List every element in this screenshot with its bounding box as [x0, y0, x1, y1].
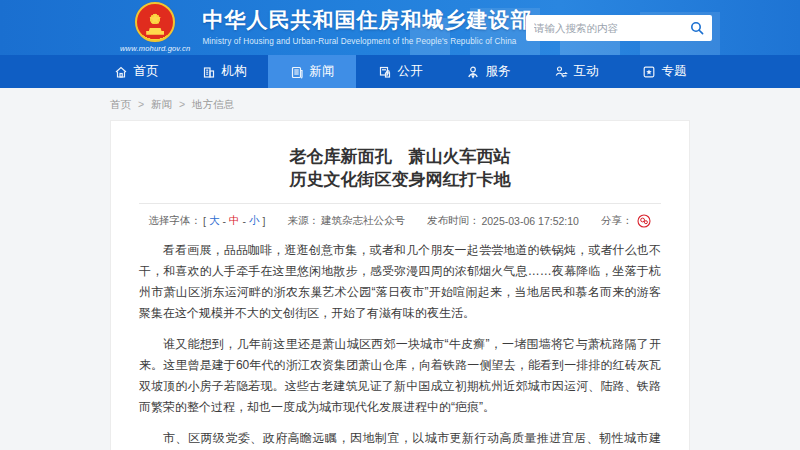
person-icon — [466, 65, 480, 79]
interact-icon — [554, 65, 568, 79]
breadcrumb-local-info: 地方信息 — [192, 98, 234, 110]
news-icon — [290, 65, 304, 79]
paragraph: 市、区两级党委、政府高瞻远瞩，因地制宜，以城市更新行动高质量推进宜居、韧性城市建… — [139, 428, 661, 450]
breadcrumb: 首页 > 新闻 > 地方信息 — [110, 88, 690, 120]
article-title: 老仓库新面孔 萧山火车西站 历史文化街区变身网红打卡地 — [139, 145, 661, 191]
star-box-icon — [642, 65, 656, 79]
article-panel: 老仓库新面孔 萧山火车西站 历史文化街区变身网红打卡地 选择字体： [ 大 - … — [110, 120, 690, 450]
article-meta: 选择字体： [ 大 - 中 - 小 ] 来源： 建筑杂志社公众号 发布时间： 2… — [139, 204, 661, 240]
share-control: 分享： — [601, 214, 652, 228]
document-icon — [378, 65, 392, 79]
nav-item-home[interactable]: 首页 — [92, 55, 180, 88]
font-size-selector: 选择字体： [ 大 - 中 - 小 ] — [149, 214, 266, 228]
nav-item-services[interactable]: 服务 — [444, 55, 532, 88]
font-size-small-button[interactable]: 小 — [249, 214, 260, 228]
site-title-en: Ministry of Housing and Urban-Rural Deve… — [202, 37, 532, 46]
nav-label: 新闻 — [310, 63, 335, 80]
search-box[interactable] — [526, 15, 712, 41]
site-brand: ★ www.mohurd.gov.cn 中华人民共和国住房和城乡建设部 Mini… — [120, 2, 532, 53]
building-icon — [202, 65, 216, 79]
nav-label: 服务 — [486, 63, 511, 80]
article-title-line2: 历史文化街区变身网红打卡地 — [139, 168, 661, 191]
article-source: 来源： 建筑杂志社公众号 — [287, 214, 405, 228]
site-header: ★ www.mohurd.gov.cn 中华人民共和国住房和城乡建设部 Mini… — [0, 0, 800, 55]
search-icon[interactable] — [690, 21, 704, 35]
site-title-cn: 中华人民共和国住房和城乡建设部 — [202, 6, 532, 34]
nav-label: 首页 — [134, 63, 159, 80]
publish-time: 发布时间： 2025-03-06 17:52:10 — [427, 214, 579, 228]
breadcrumb-home[interactable]: 首页 — [110, 98, 131, 110]
site-url: www.mohurd.gov.cn — [120, 44, 190, 53]
nav-item-news[interactable]: 新闻 — [268, 55, 356, 88]
wechat-share-icon[interactable] — [637, 214, 651, 228]
paragraph: 看看画展，品品咖啡，逛逛创意市集，或者和几个朋友一起尝尝地道的铁锅炖，或者什么也… — [139, 240, 661, 324]
font-size-label: 选择字体： — [149, 214, 202, 228]
font-size-large-button[interactable]: 大 — [209, 214, 220, 228]
nav-label: 机构 — [222, 63, 247, 80]
nav-item-topics[interactable]: 专题 — [620, 55, 708, 88]
nav-item-orgs[interactable]: 机构 — [180, 55, 268, 88]
home-icon — [114, 65, 128, 79]
nav-label: 互动 — [574, 63, 599, 80]
nav-item-disclosure[interactable]: 公开 — [356, 55, 444, 88]
nav-item-interaction[interactable]: 互动 — [532, 55, 620, 88]
search-input[interactable] — [534, 22, 690, 34]
main-nav: 首页 机构 新闻 公开 — [0, 55, 800, 88]
nav-label: 专题 — [662, 63, 687, 80]
article-title-line1: 老仓库新面孔 萧山火车西站 — [139, 145, 661, 168]
breadcrumb-news[interactable]: 新闻 — [151, 98, 172, 110]
nav-label: 公开 — [398, 63, 423, 80]
font-size-medium-button[interactable]: 中 — [229, 214, 240, 228]
paragraph: 谁又能想到，几年前这里还是萧山城区西郊一块城市“牛皮癣”，一堵围墙将它与萧杭路隔… — [139, 334, 661, 418]
article-body: 看看画展，品品咖啡，逛逛创意市集，或者和几个朋友一起尝尝地道的铁锅炖，或者什么也… — [139, 240, 661, 450]
national-emblem-icon: ★ — [135, 2, 175, 42]
